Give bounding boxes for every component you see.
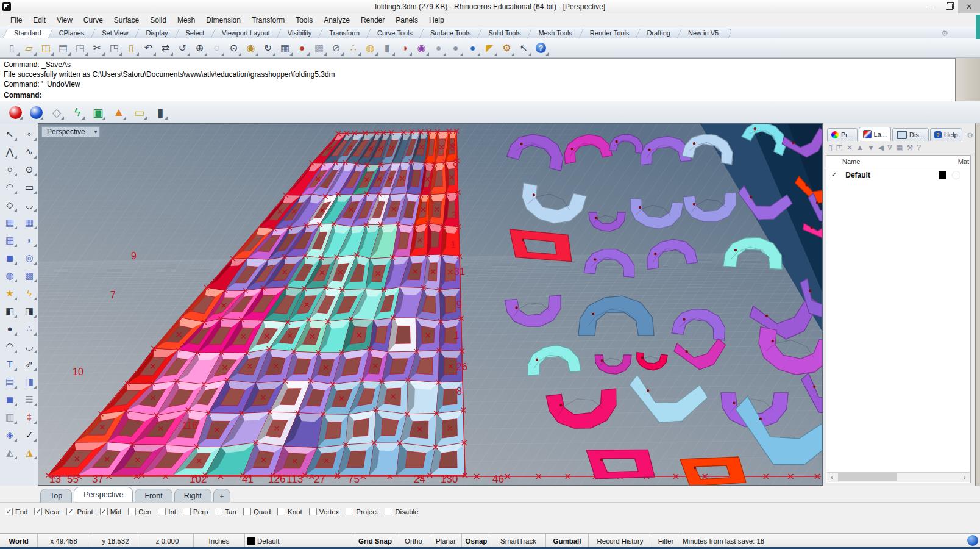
osnap-knot[interactable]: Knot xyxy=(277,508,302,515)
close-button[interactable]: ✕ xyxy=(958,0,980,13)
menu-file[interactable]: File xyxy=(5,16,27,24)
ellipse-icon[interactable]: ⊙ xyxy=(21,162,37,177)
cut-icon[interactable]: ✂ xyxy=(89,40,105,56)
osnap-vertex[interactable]: Vertex xyxy=(309,508,339,515)
text-icon[interactable]: T xyxy=(2,356,18,371)
save-icon[interactable]: ◫ xyxy=(38,40,54,56)
green-bolt-icon[interactable]: ϟ xyxy=(69,104,85,120)
panel-tab-la[interactable]: La... xyxy=(859,127,891,141)
pan-icon[interactable]: ⇄ xyxy=(157,40,174,56)
menu-transform[interactable]: Transform xyxy=(246,16,290,24)
viewport-tab-top[interactable]: Top xyxy=(40,489,72,502)
layer-row[interactable]: ✓Default xyxy=(826,168,970,181)
status-default[interactable]: Default xyxy=(245,534,353,548)
status-x-49-458[interactable]: x 49.458 xyxy=(38,534,90,548)
menu-analyze[interactable]: Analyze xyxy=(318,16,355,24)
status-grid-snap[interactable]: Grid Snap xyxy=(353,534,397,548)
panel-tab-help[interactable]: ?Help xyxy=(930,128,962,141)
explode-icon[interactable]: ★ xyxy=(2,285,18,301)
layout-arrows-icon[interactable]: ↖ xyxy=(516,40,532,56)
loft-icon[interactable]: ◈ xyxy=(2,427,18,442)
menu-tools[interactable]: Tools xyxy=(290,16,318,24)
status-gumball[interactable]: Gumball xyxy=(546,534,589,548)
move-up-icon[interactable]: ▲ xyxy=(856,143,864,152)
toolbar-tab-set-view[interactable]: Set View xyxy=(94,29,136,38)
status-z-0-000[interactable]: z 0.000 xyxy=(141,534,194,548)
point-icon[interactable]: ∘ xyxy=(21,126,37,142)
panel-gear-icon[interactable]: ⚙ xyxy=(967,131,973,140)
wireframe-hexagon-icon[interactable]: ◇ xyxy=(49,104,65,120)
surface-bend-icon[interactable]: ◗ xyxy=(21,232,37,248)
osnap-point[interactable]: ✓Point xyxy=(66,508,93,515)
select-arrow-icon[interactable]: ↖ xyxy=(2,126,18,142)
color-wheel-icon[interactable]: ◉ xyxy=(413,40,430,56)
status-minutes-from-last-save-18[interactable]: Minutes from last save: 18 xyxy=(680,534,967,548)
minimize-button[interactable]: – xyxy=(921,0,940,13)
move-grid-icon[interactable]: ▩ xyxy=(311,40,327,56)
osnap-quad-checkbox[interactable] xyxy=(243,508,251,515)
status-inches[interactable]: Inches xyxy=(194,534,245,548)
panel-tab-dis[interactable]: Dis... xyxy=(892,128,929,141)
polygon-icon[interactable]: ◇ xyxy=(2,197,18,212)
render-preview-icon[interactable]: ● xyxy=(447,40,464,56)
render-sphere-icon[interactable]: ● xyxy=(430,40,447,56)
viewport-tab-perspective[interactable]: Perspective xyxy=(74,487,133,502)
viewport-tab-right[interactable]: Right xyxy=(174,489,211,502)
grid-array-icon[interactable]: ▥ xyxy=(2,409,18,425)
panel-help-icon[interactable]: ? xyxy=(917,143,921,152)
render-blue-sphere-icon[interactable]: ● xyxy=(464,40,481,56)
blend-surface-icon[interactable]: ◡ xyxy=(21,339,37,354)
curve-points-icon[interactable]: ∿ xyxy=(21,144,37,159)
copy-layer-icon[interactable]: ◳ xyxy=(836,143,843,152)
table-icon[interactable]: ▦ xyxy=(896,143,903,152)
toolbar-tab-transform[interactable]: Transform xyxy=(321,29,367,38)
osnap-near[interactable]: ✓Near xyxy=(34,508,60,515)
scroll-left-icon[interactable]: ‹ xyxy=(827,474,837,481)
orient-icon[interactable]: ◨ xyxy=(21,374,37,389)
circle-icon[interactable]: ○ xyxy=(2,162,18,177)
filter-icon[interactable]: ∇ xyxy=(887,143,892,152)
boolean-union-icon[interactable]: ● xyxy=(2,321,18,336)
section-icon[interactable]: ‡ xyxy=(21,409,37,425)
toolbar-tab-render-tools[interactable]: Render Tools xyxy=(582,29,637,38)
options-gear-icon[interactable]: ⚙ xyxy=(499,40,515,56)
toolbar-tab-cplanes[interactable]: CPlanes xyxy=(51,29,93,38)
layer-current-check[interactable]: ✓ xyxy=(831,171,837,179)
lock-icon[interactable]: ▮ xyxy=(379,40,396,56)
menu-solid[interactable]: Solid xyxy=(144,16,172,24)
osnap-near-checkbox[interactable]: ✓ xyxy=(34,508,42,515)
surface-array-icon[interactable]: ▩ xyxy=(21,268,37,283)
menu-dimension[interactable]: Dimension xyxy=(201,16,246,24)
osnap-project-checkbox[interactable] xyxy=(346,508,353,515)
toolbar-tab-visibility[interactable]: Visibility xyxy=(280,29,320,38)
notify-flag-icon[interactable]: ◤ xyxy=(481,40,498,56)
viewport-tab-front[interactable]: Front xyxy=(135,489,172,502)
panel-horizontal-scrollbar[interactable]: ‹ › xyxy=(827,472,970,482)
arc-icon[interactable]: ◠ xyxy=(2,179,18,195)
toolbar-tab-mesh-tools[interactable]: Mesh Tools xyxy=(530,29,580,38)
viewport-canvas[interactable]: 1355371024112611327752413046383131912689… xyxy=(38,124,822,485)
split-icon[interactable]: ◨ xyxy=(21,303,37,318)
toolbar-tab-new-in-v5[interactable]: New in V5 xyxy=(680,29,726,38)
rotate-view-icon[interactable]: ↺ xyxy=(174,40,191,56)
osnap-point-checkbox[interactable]: ✓ xyxy=(66,508,74,515)
delete-layer-icon[interactable]: ✕ xyxy=(847,143,853,152)
tab-options-gear-icon[interactable]: ⚙ xyxy=(941,29,948,38)
fillet-curve-icon[interactable]: ◡ xyxy=(21,197,37,212)
status-planar[interactable]: Planar xyxy=(430,534,462,548)
new-file-icon[interactable]: ▯ xyxy=(4,40,20,56)
osnap-cen[interactable]: Cen xyxy=(128,508,151,515)
named-view-icon[interactable]: ● xyxy=(294,40,310,56)
rectangle-icon[interactable]: ▭ xyxy=(21,179,37,195)
help-icon[interactable]: ? xyxy=(533,40,549,56)
render-blue-ball-icon[interactable] xyxy=(28,104,44,120)
torus-icon[interactable]: ◍ xyxy=(2,268,18,283)
osnap-tan[interactable]: Tan xyxy=(215,508,236,515)
menu-view[interactable]: View xyxy=(51,16,78,24)
osnap-project[interactable]: Project xyxy=(346,508,378,515)
osnap-mid-checkbox[interactable]: ✓ xyxy=(100,508,108,515)
fillet-edge-icon[interactable]: ◠ xyxy=(2,339,18,354)
new-layer-icon[interactable]: ▯ xyxy=(828,143,833,152)
extrude-icon[interactable]: ☰ xyxy=(21,392,37,407)
osnap-disable-checkbox[interactable] xyxy=(385,508,392,515)
